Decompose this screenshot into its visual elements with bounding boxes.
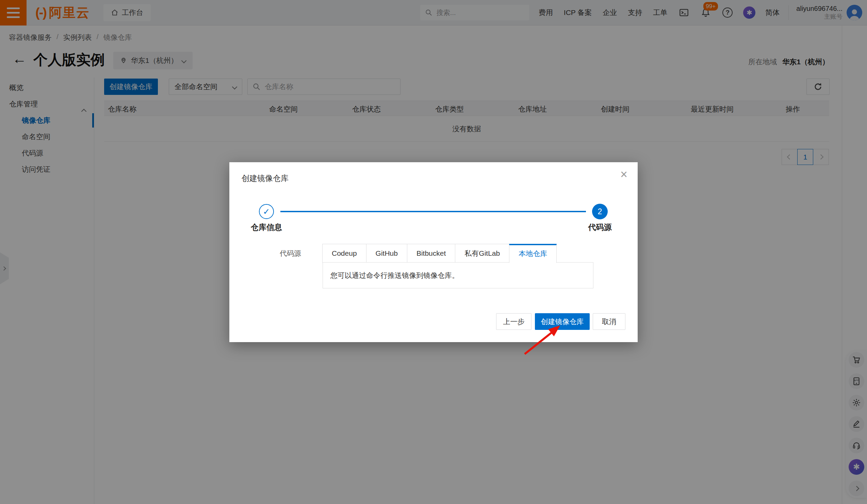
create-repo-submit-button[interactable]: 创建镜像仓库 xyxy=(535,313,590,330)
tab-panel-text: 您可以通过命令行推送镜像到镜像仓库。 xyxy=(323,262,593,288)
aliyun-console: (-) 阿里云 工作台 费用 ICP 备案 企业 支持 工单 99+ xyxy=(0,0,867,504)
tab-codeup[interactable]: Codeup xyxy=(322,244,366,263)
tab-github[interactable]: GitHub xyxy=(366,244,407,263)
step1-label: 仓库信息 xyxy=(251,222,282,233)
create-repo-modal: 创建镜像仓库 × ✓ 2 仓库信息 代码源 代码源 Codeup GitHub … xyxy=(229,162,638,342)
code-source-field-label: 代码源 xyxy=(280,244,301,263)
step1-check-icon: ✓ xyxy=(259,204,274,219)
step2-circle: 2 xyxy=(592,204,608,219)
cancel-button[interactable]: 取消 xyxy=(593,313,625,330)
close-icon[interactable]: × xyxy=(620,168,628,180)
previous-step-button[interactable]: 上一步 xyxy=(496,313,532,330)
modal-title: 创建镜像仓库 xyxy=(242,173,289,184)
step-connector-line xyxy=(280,211,586,212)
tab-bitbucket[interactable]: Bitbucket xyxy=(407,244,455,263)
code-source-tabs: Codeup GitHub Bitbucket 私有GitLab 本地仓库 xyxy=(323,244,557,263)
tab-private-gitlab[interactable]: 私有GitLab xyxy=(455,244,510,263)
tab-local-repo[interactable]: 本地仓库 xyxy=(509,244,557,263)
step2-label: 代码源 xyxy=(588,222,612,233)
